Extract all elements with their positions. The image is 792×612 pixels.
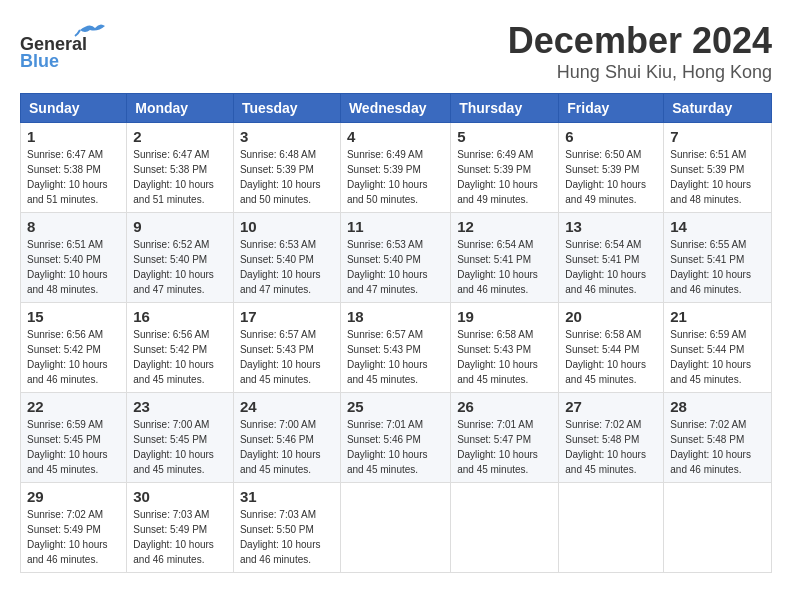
sunrise: Sunrise: 7:02 AM: [27, 509, 103, 520]
daylight: Daylight: 10 hours and 45 minutes.: [457, 359, 538, 385]
day-info: Sunrise: 6:58 AM Sunset: 5:43 PM Dayligh…: [457, 327, 552, 387]
sunrise: Sunrise: 7:00 AM: [133, 419, 209, 430]
sunrise: Sunrise: 6:48 AM: [240, 149, 316, 160]
daylight: Daylight: 10 hours and 45 minutes.: [133, 449, 214, 475]
daylight: Daylight: 10 hours and 46 minutes.: [670, 269, 751, 295]
calendar-cell: 24 Sunrise: 7:00 AM Sunset: 5:46 PM Dayl…: [233, 393, 340, 483]
calendar-cell: 14 Sunrise: 6:55 AM Sunset: 5:41 PM Dayl…: [664, 213, 772, 303]
day-info: Sunrise: 7:01 AM Sunset: 5:46 PM Dayligh…: [347, 417, 444, 477]
calendar-cell: 18 Sunrise: 6:57 AM Sunset: 5:43 PM Dayl…: [340, 303, 450, 393]
sunrise: Sunrise: 6:50 AM: [565, 149, 641, 160]
sunrise: Sunrise: 7:03 AM: [240, 509, 316, 520]
calendar-cell: 16 Sunrise: 6:56 AM Sunset: 5:42 PM Dayl…: [127, 303, 234, 393]
day-number: 21: [670, 308, 765, 325]
daylight: Daylight: 10 hours and 47 minutes.: [347, 269, 428, 295]
sunset: Sunset: 5:44 PM: [565, 344, 639, 355]
day-number: 12: [457, 218, 552, 235]
sunset: Sunset: 5:39 PM: [565, 164, 639, 175]
calendar-cell: 30 Sunrise: 7:03 AM Sunset: 5:49 PM Dayl…: [127, 483, 234, 573]
daylight: Daylight: 10 hours and 45 minutes.: [457, 449, 538, 475]
daylight: Daylight: 10 hours and 51 minutes.: [133, 179, 214, 205]
sunset: Sunset: 5:43 PM: [457, 344, 531, 355]
day-header-tuesday: Tuesday: [233, 94, 340, 123]
calendar-cell: 20 Sunrise: 6:58 AM Sunset: 5:44 PM Dayl…: [559, 303, 664, 393]
sunrise: Sunrise: 6:53 AM: [347, 239, 423, 250]
sunrise: Sunrise: 6:59 AM: [27, 419, 103, 430]
sunrise: Sunrise: 7:01 AM: [457, 419, 533, 430]
calendar-cell: 2 Sunrise: 6:47 AM Sunset: 5:38 PM Dayli…: [127, 123, 234, 213]
sunset: Sunset: 5:42 PM: [133, 344, 207, 355]
calendar-week-5: 29 Sunrise: 7:02 AM Sunset: 5:49 PM Dayl…: [21, 483, 772, 573]
calendar-cell: 27 Sunrise: 7:02 AM Sunset: 5:48 PM Dayl…: [559, 393, 664, 483]
day-info: Sunrise: 7:00 AM Sunset: 5:45 PM Dayligh…: [133, 417, 227, 477]
logo-svg: General Blue: [20, 20, 110, 70]
daylight: Daylight: 10 hours and 47 minutes.: [240, 269, 321, 295]
calendar: SundayMondayTuesdayWednesdayThursdayFrid…: [20, 93, 772, 573]
day-number: 28: [670, 398, 765, 415]
day-info: Sunrise: 6:51 AM Sunset: 5:39 PM Dayligh…: [670, 147, 765, 207]
day-number: 31: [240, 488, 334, 505]
sunrise: Sunrise: 6:53 AM: [240, 239, 316, 250]
sunset: Sunset: 5:39 PM: [670, 164, 744, 175]
calendar-cell: 28 Sunrise: 7:02 AM Sunset: 5:48 PM Dayl…: [664, 393, 772, 483]
daylight: Daylight: 10 hours and 45 minutes.: [347, 449, 428, 475]
svg-text:Blue: Blue: [20, 51, 59, 70]
day-info: Sunrise: 6:54 AM Sunset: 5:41 PM Dayligh…: [565, 237, 657, 297]
day-number: 17: [240, 308, 334, 325]
daylight: Daylight: 10 hours and 48 minutes.: [670, 179, 751, 205]
sunrise: Sunrise: 6:57 AM: [347, 329, 423, 340]
sunrise: Sunrise: 6:57 AM: [240, 329, 316, 340]
month-year: December 2024: [508, 20, 772, 62]
calendar-cell: 5 Sunrise: 6:49 AM Sunset: 5:39 PM Dayli…: [451, 123, 559, 213]
sunset: Sunset: 5:44 PM: [670, 344, 744, 355]
calendar-cell: 11 Sunrise: 6:53 AM Sunset: 5:40 PM Dayl…: [340, 213, 450, 303]
day-header-monday: Monday: [127, 94, 234, 123]
sunset: Sunset: 5:41 PM: [670, 254, 744, 265]
day-info: Sunrise: 7:03 AM Sunset: 5:49 PM Dayligh…: [133, 507, 227, 567]
sunrise: Sunrise: 6:55 AM: [670, 239, 746, 250]
day-number: 9: [133, 218, 227, 235]
sunset: Sunset: 5:46 PM: [347, 434, 421, 445]
calendar-cell: 23 Sunrise: 7:00 AM Sunset: 5:45 PM Dayl…: [127, 393, 234, 483]
day-info: Sunrise: 6:57 AM Sunset: 5:43 PM Dayligh…: [240, 327, 334, 387]
day-number: 1: [27, 128, 120, 145]
day-info: Sunrise: 6:47 AM Sunset: 5:38 PM Dayligh…: [133, 147, 227, 207]
sunset: Sunset: 5:39 PM: [347, 164, 421, 175]
day-number: 23: [133, 398, 227, 415]
calendar-cell: [340, 483, 450, 573]
day-number: 19: [457, 308, 552, 325]
sunrise: Sunrise: 6:49 AM: [347, 149, 423, 160]
day-number: 29: [27, 488, 120, 505]
day-info: Sunrise: 7:01 AM Sunset: 5:47 PM Dayligh…: [457, 417, 552, 477]
sunset: Sunset: 5:48 PM: [670, 434, 744, 445]
sunset: Sunset: 5:38 PM: [27, 164, 101, 175]
daylight: Daylight: 10 hours and 48 minutes.: [27, 269, 108, 295]
daylight: Daylight: 10 hours and 45 minutes.: [565, 359, 646, 385]
calendar-cell: 25 Sunrise: 7:01 AM Sunset: 5:46 PM Dayl…: [340, 393, 450, 483]
calendar-cell: 3 Sunrise: 6:48 AM Sunset: 5:39 PM Dayli…: [233, 123, 340, 213]
sunset: Sunset: 5:43 PM: [347, 344, 421, 355]
day-info: Sunrise: 6:55 AM Sunset: 5:41 PM Dayligh…: [670, 237, 765, 297]
sunset: Sunset: 5:45 PM: [133, 434, 207, 445]
sunrise: Sunrise: 6:54 AM: [565, 239, 641, 250]
daylight: Daylight: 10 hours and 45 minutes.: [347, 359, 428, 385]
day-number: 13: [565, 218, 657, 235]
day-number: 7: [670, 128, 765, 145]
day-number: 26: [457, 398, 552, 415]
day-number: 24: [240, 398, 334, 415]
sunrise: Sunrise: 6:56 AM: [133, 329, 209, 340]
day-number: 8: [27, 218, 120, 235]
day-number: 15: [27, 308, 120, 325]
daylight: Daylight: 10 hours and 50 minutes.: [240, 179, 321, 205]
day-info: Sunrise: 6:51 AM Sunset: 5:40 PM Dayligh…: [27, 237, 120, 297]
sunset: Sunset: 5:50 PM: [240, 524, 314, 535]
sunset: Sunset: 5:47 PM: [457, 434, 531, 445]
calendar-cell: 6 Sunrise: 6:50 AM Sunset: 5:39 PM Dayli…: [559, 123, 664, 213]
sunrise: Sunrise: 6:59 AM: [670, 329, 746, 340]
day-info: Sunrise: 6:56 AM Sunset: 5:42 PM Dayligh…: [133, 327, 227, 387]
sunset: Sunset: 5:45 PM: [27, 434, 101, 445]
sunrise: Sunrise: 6:47 AM: [133, 149, 209, 160]
sunset: Sunset: 5:41 PM: [457, 254, 531, 265]
sunset: Sunset: 5:40 PM: [240, 254, 314, 265]
calendar-cell: 1 Sunrise: 6:47 AM Sunset: 5:38 PM Dayli…: [21, 123, 127, 213]
